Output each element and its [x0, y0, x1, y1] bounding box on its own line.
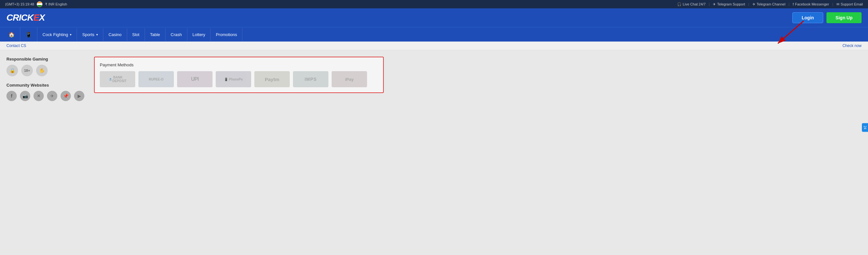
sub-bar: Contact CS Check now — [0, 41, 868, 50]
rg-icon-shield: ✋ — [36, 65, 48, 76]
divider1: | — [709, 2, 710, 6]
footer-left: Responsible Gaming 🔒 18+ ✋ Community Web… — [6, 57, 84, 101]
lottery-label: Lottery — [192, 32, 206, 37]
rg-icon-18: 18+ — [21, 65, 33, 76]
top-bar: (GMT+3) 15:19:48 ₹ INR English 🎧 Live Ch… — [0, 0, 868, 8]
divider2: | — [748, 2, 749, 6]
sports-chevron: ▾ — [96, 33, 98, 36]
live-chat-link[interactable]: 🎧 Live Chat 24/7 — [677, 2, 706, 6]
telegram-icon-1: ✈ — [713, 2, 716, 6]
community-section: Community Websites f 📷 ✕ ✈ 📌 ▶ — [6, 83, 84, 101]
nav-slot[interactable]: Slot — [127, 28, 145, 41]
payment-logo-ipay: iPay — [332, 71, 367, 87]
telegram-channel-label: Telegram Channel — [756, 2, 785, 6]
support-email-link[interactable]: ✉ Support Email — [836, 2, 863, 6]
header: CRICKEX Login Sign Up — [0, 8, 868, 27]
home-icon: 🏠 — [8, 31, 15, 38]
login-button[interactable]: Login — [792, 12, 823, 23]
nav-crash[interactable]: Crash — [165, 28, 187, 41]
table-label: Table — [150, 32, 160, 37]
cock-fighting-chevron: ▾ — [70, 33, 71, 36]
pinterest-social-icon[interactable]: 📌 — [61, 91, 71, 101]
facebook-social-icon[interactable]: f — [6, 91, 17, 101]
nav-sports[interactable]: Sports ▾ — [77, 28, 103, 41]
top-bar-left: (GMT+3) 15:19:48 ₹ INR English — [5, 1, 67, 7]
payment-section: Payment Methods 🏦 BANKDEPOSIT RUPEE-O UP… — [94, 57, 384, 93]
headset-icon: 🎧 — [677, 2, 682, 6]
telegram-channel-link[interactable]: ✈ Telegram Channel — [752, 2, 785, 6]
telegram-support-label: Telegram Support — [717, 2, 745, 6]
footer-section: Responsible Gaming 🔒 18+ ✋ Community Web… — [0, 50, 868, 104]
promotions-label: Promotions — [216, 32, 237, 37]
nav-lottery[interactable]: Lottery — [187, 28, 211, 41]
payment-logos: 🏦 BANKDEPOSIT RUPEE-O UPI 📱 PhonePe Payt… — [100, 71, 378, 87]
live-chat-label: Live Chat 24/7 — [683, 2, 706, 6]
currency-language: ₹ INR English — [45, 2, 67, 6]
payment-logo-upi: UPI — [177, 71, 213, 87]
logo-accent: E — [33, 12, 39, 23]
main-nav: 🏠 📱 Cock Fighting ▾ Sports ▾ Casino Slot… — [0, 27, 868, 41]
nav-home[interactable]: 🏠 — [3, 27, 20, 41]
facebook-link[interactable]: f Facebook Messenger — [793, 2, 829, 6]
top-bar-right: 🎧 Live Chat 24/7 | ✈ Telegram Support | … — [677, 2, 863, 6]
footer-row: Responsible Gaming 🔒 18+ ✋ Community Web… — [6, 57, 862, 101]
youtube-social-icon[interactable]: ▶ — [74, 91, 84, 101]
sports-label: Sports — [82, 32, 94, 37]
responsible-gaming-title: Responsible Gaming — [6, 57, 84, 62]
nav-casino[interactable]: Casino — [103, 28, 127, 41]
facebook-icon: f — [793, 2, 794, 6]
payment-logo-bank: 🏦 BANKDEPOSIT — [100, 71, 135, 87]
social-icons: f 📷 ✕ ✈ 📌 ▶ — [6, 91, 84, 101]
support-email-label: Support Email — [841, 2, 863, 6]
community-title: Community Websites — [6, 83, 84, 88]
casino-label: Casino — [108, 32, 121, 37]
contact-cs-link[interactable]: Contact CS — [6, 43, 26, 48]
telegram-support-link[interactable]: ✈ Telegram Support — [713, 2, 745, 6]
rg-icons: 🔒 18+ ✋ — [6, 65, 84, 76]
nav-promotions[interactable]: Promotions — [211, 28, 242, 41]
nav-cock-fighting[interactable]: Cock Fighting ▾ — [37, 28, 77, 41]
payment-logo-phonepe: 📱 PhonePe — [216, 71, 251, 87]
telegram-social-icon[interactable]: ✈ — [47, 91, 57, 101]
twitter-x-social-icon[interactable]: ✕ — [33, 91, 44, 101]
email-icon: ✉ — [836, 2, 839, 6]
slot-label: Slot — [132, 32, 140, 37]
divider4: | — [832, 2, 833, 6]
payment-logo-paytm: Paytm — [254, 71, 290, 87]
bank-icon: 🏦 — [108, 77, 112, 81]
flag-icon — [37, 1, 42, 7]
nav-mobile[interactable]: 📱 — [20, 27, 37, 41]
responsible-gaming-section: Responsible Gaming 🔒 18+ ✋ — [6, 57, 84, 76]
telegram-icon-2: ✈ — [752, 2, 755, 6]
nav-table[interactable]: Table — [145, 28, 165, 41]
check-now-link[interactable]: Check now — [843, 43, 862, 48]
payment-methods-title: Payment Methods — [100, 62, 378, 67]
payment-logo-imps: IMPS — [293, 71, 329, 87]
crash-label: Crash — [170, 32, 182, 37]
logo: CRICKEX — [6, 12, 45, 23]
facebook-label: Facebook Messenger — [795, 2, 829, 6]
instagram-social-icon[interactable]: 📷 — [20, 91, 30, 101]
signup-button[interactable]: Sign Up — [827, 12, 862, 23]
mobile-icon: 📱 — [25, 31, 32, 38]
cock-fighting-label: Cock Fighting — [42, 32, 68, 37]
timezone: (GMT+3) 15:19:48 — [5, 2, 34, 6]
divider3: | — [788, 2, 789, 6]
header-buttons: Login Sign Up — [792, 12, 862, 23]
payment-logo-rupee: RUPEE-O — [138, 71, 174, 87]
rg-icon-1: 🔒 — [6, 65, 18, 76]
